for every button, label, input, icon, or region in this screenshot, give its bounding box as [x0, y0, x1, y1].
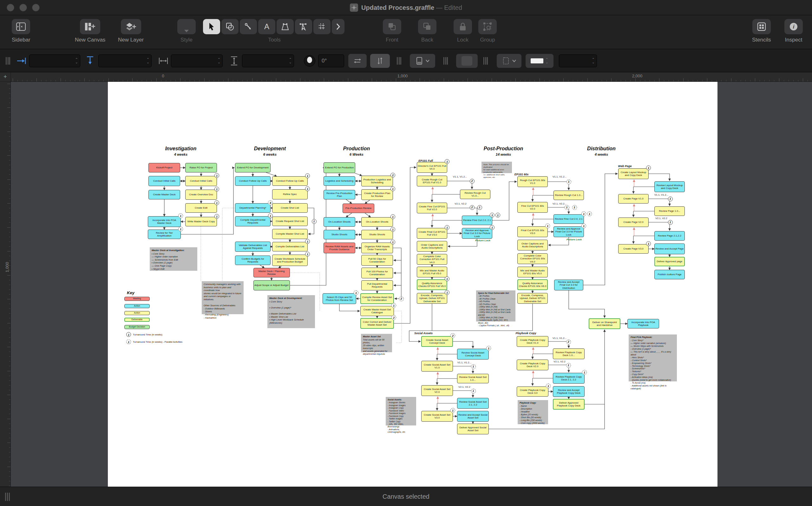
diagram-node-i5[interactable]: Create Master Deck: [149, 190, 180, 199]
shape-style-dropdown[interactable]: [410, 49, 435, 72]
new-canvas-button[interactable]: New Canvas: [75, 19, 105, 43]
diagram-node-d8[interactable]: Create Request Shot List: [272, 217, 308, 226]
diagram-node-p10[interactable]: Studio Shoots: [361, 230, 393, 239]
diagram-node-f10[interactable]: Mix and Master Audio EP101 Full V5.0: [417, 267, 447, 277]
note-box[interactable]: Master Asset SetTotal assets will be 50 …: [361, 334, 392, 352]
diagram-node-d11[interactable]: Compile Deliverables List: [272, 242, 308, 251]
selection-cursor-icon[interactable]: [203, 19, 220, 34]
new-layer-button[interactable]: New Layer: [118, 19, 144, 43]
note-box[interactable]: Note: This process should be duplicatedf…: [482, 162, 512, 173]
note-box[interactable]: Master Deck at Development:• Core Story …: [267, 295, 315, 328]
diagram-node-p12[interactable]: Organize RAW Assets Order Transcripts: [361, 243, 393, 253]
height-field[interactable]: ⌃⌄: [242, 49, 294, 72]
format-bar-drag-handle[interactable]: [483, 49, 488, 72]
diagram-node-b7[interactable]: Deliver Approved Playbook Copy Deck: [553, 399, 585, 410]
diagram-node-f8[interactable]: Order Captions and Audio Descriptions: [417, 241, 447, 252]
horizontal-ruler[interactable]: 01,0002,000: [11, 72, 812, 82]
diagram-node-d7[interactable]: Compile Departmental Requests: [235, 216, 270, 226]
diagram-node-f2[interactable]: Create Rough Cut EP101 Full V1.0: [417, 176, 447, 186]
diagram-node-p4[interactable]: Review Pre-Production Plan: [324, 190, 355, 199]
diagram-node-p1[interactable]: Extend PO for Production: [324, 162, 355, 173]
diagram-node-s3[interactable]: Fine Cut EP101 60s V2.0: [517, 202, 548, 213]
column-header[interactable]: Post-Production14 weeks: [484, 146, 523, 156]
diagram-node-f1[interactable]: Director's Cut EP101 Full V0.0: [417, 162, 447, 173]
diagram-node-w8[interactable]: Review and Accept Page: [654, 244, 685, 254]
diagram-node-d5[interactable]: Departmental Planning*: [235, 203, 270, 213]
diagram-node-f11[interactable]: Quality Assurance Checks EP101 Full V6.0: [417, 279, 447, 290]
diagram-node-f5[interactable]: Review Fine Cut 2.0, 2.1: [462, 216, 492, 225]
format-bar-drag-handle[interactable]: [6, 49, 10, 72]
diagram-node-c8[interactable]: Review and Accept Social Asset Set: [457, 411, 489, 422]
diagram-node-d9[interactable]: Compile Master Shot List: [272, 229, 308, 239]
diagram-node-b1[interactable]: Create Playbook Copy Deck V1.0: [517, 336, 548, 347]
diagram-node-p16[interactable]: Select 25 Clips and 50 Photos from Revie…: [323, 293, 356, 304]
text-tool-icon[interactable]: A: [258, 19, 275, 34]
diagram-node-b3[interactable]: Create Playbook Copy Deck V2.0: [517, 359, 548, 370]
diagram-node-c1[interactable]: Create Social Asset Concept Deck: [421, 336, 453, 347]
diagram-node-x3[interactable]: Incorporate into POA Playbook: [627, 319, 659, 328]
diagram-node-w9[interactable]: Deliver Approved page: [654, 257, 685, 266]
diagram-node-s5[interactable]: Final Cut EP101 60s V3.0: [517, 226, 548, 237]
x-position-field[interactable]: ⌃⌄: [29, 49, 80, 72]
diagram-node-p17[interactable]: Compile Review Asset Set for Considerati…: [360, 293, 394, 304]
diagram-node-c4[interactable]: Review Social Asset Set 1.0...: [457, 374, 489, 383]
diagram-node-c9[interactable]: Deliver Approved Social Asset Set: [457, 424, 489, 434]
diagram-node-i4[interactable]: Conduct Initial Calls: [185, 176, 217, 186]
rotation-knob-icon[interactable]: [304, 49, 315, 72]
diagram-node-i7[interactable]: Create Edit: [185, 203, 217, 213]
pen-tool-icon[interactable]: [276, 19, 294, 34]
diagram-node-d14[interactable]: Master Deck / Planning Review: [253, 268, 290, 277]
column-header[interactable]: Distribution4 weeks: [587, 146, 616, 156]
diagram-node-p5[interactable]: Create Production Plan for Review: [361, 189, 393, 200]
format-bar-drag-handle[interactable]: [443, 49, 448, 72]
diagram-node-p9[interactable]: Studio Shoots: [324, 230, 355, 239]
diagram-node-b6[interactable]: Review and Accept Playbook Copy Deck: [553, 386, 585, 397]
diagram-node-d15[interactable]: Adjust Scope or Adjust Budget: [253, 280, 290, 290]
vertical-ruler[interactable]: 1,000: [0, 82, 11, 487]
diagram-node-d2[interactable]: Conduct Follow Up Calls: [235, 176, 270, 186]
shape-tool-icon[interactable]: [221, 19, 239, 34]
stroke-style-dropdown[interactable]: [497, 49, 521, 72]
diagram-node-f9[interactable]: Complete Color Correction EP101 Full V4.…: [417, 254, 447, 265]
diagram-node-i3[interactable]: Conduct Initial Calls: [149, 176, 180, 186]
diagram-node-d13[interactable]: Create Workback Schedule and Production …: [272, 255, 308, 266]
diagram-node-f4[interactable]: Create Fine Cut EP101 Full V2.0: [417, 202, 447, 214]
diagram-node-x2[interactable]: Deliver on Sharepoint and Harddrive: [589, 318, 621, 329]
diagram-node-s4[interactable]: Review Fine Cut 2.0, 2.1: [554, 214, 584, 224]
diagram-node-w7[interactable]: Create Page V3.0: [618, 244, 649, 254]
diagram-node-w4[interactable]: Review Page 1.0...: [654, 206, 685, 216]
sidebar-button[interactable]: Sidebar: [12, 19, 30, 43]
diagram-node-s6[interactable]: Review and Approve Final Cut 3.0 for Pic…: [554, 226, 584, 237]
fill-swatch-button[interactable]: [456, 49, 478, 72]
diagram-node-p2[interactable]: Logistics and Scheduling: [324, 176, 355, 186]
diagram-node-i8[interactable]: Incorporate into POA Master Deck: [148, 216, 181, 227]
diagram-node-p8[interactable]: On-Location Shoots: [361, 217, 393, 227]
diagram-node-w1[interactable]: Create Layout Mockup and Copy Deck: [618, 168, 649, 179]
diagram-node-s1[interactable]: Rough Cut EP101 60s V1.0: [517, 176, 548, 187]
font-size-field[interactable]: ⌃⌄: [559, 49, 597, 72]
y-position-field[interactable]: ⌃⌄: [98, 49, 152, 72]
diagram-node-c7[interactable]: Create Social Asset Set V3.0: [421, 411, 453, 422]
diagram-node-s2[interactable]: Review Rough Cut 1.0...: [554, 190, 584, 200]
document-page[interactable]: Investigation4 weeksDevelopment6 weeksPr…: [108, 82, 718, 487]
diagram-node-w6[interactable]: Review Page 2.1,2.2: [654, 231, 685, 241]
diagram-node-c2[interactable]: Review Social Asset Concept Deck: [457, 349, 489, 359]
diagram-node-p13[interactable]: Pull 50 Clips for Consideration: [361, 255, 393, 266]
diagram-node-b4[interactable]: Review Playbook Copy Deck 2.1, 2.2: [553, 373, 585, 384]
format-bar-drag-handle[interactable]: [397, 49, 401, 72]
line-weight-control[interactable]: ⌃⌄: [525, 49, 554, 72]
diagram-node-i2[interactable]: Raise PO for Project: [185, 163, 217, 172]
diagram-node-s8[interactable]: Complete Color Correction EP101 60s V4.0: [517, 253, 548, 264]
diagram-node-d3[interactable]: Conduct Follow Up Calls: [272, 176, 308, 186]
diagram-node-p15[interactable]: Pull Departmental Requests: [361, 280, 393, 290]
diagram-node-p18[interactable]: Create Master Asset Set Catalogue: [360, 306, 394, 316]
diagram-node-d12[interactable]: Confirm Budgets for Requests: [235, 256, 270, 265]
rotation-field[interactable]: 0°: [318, 49, 344, 72]
diagram-node-p7[interactable]: On-Location Shoots: [324, 217, 355, 227]
diagram-node-b5[interactable]: Create Playbook Copy Deck 3.0: [517, 387, 548, 397]
column-header[interactable]: Development6 weeks: [254, 146, 286, 156]
diagram-node-f12[interactable]: Encode, Compress, Upload, Deliver EP101 …: [417, 293, 447, 304]
diagram-node-s11[interactable]: Encode, Compress, Upload, Deliver EP101 …: [517, 293, 548, 304]
diagram-node-w10[interactable]: Publish /culture Page: [654, 270, 685, 279]
diagram-node-s7[interactable]: Order Captions and Audio Descriptions: [517, 240, 548, 250]
